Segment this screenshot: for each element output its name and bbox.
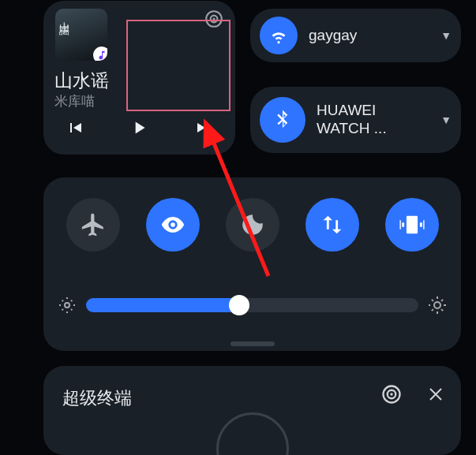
brightness-thumb[interactable] (229, 295, 249, 315)
vibrate-toggle[interactable] (385, 198, 439, 252)
brightness-slider-row (58, 289, 447, 321)
previous-track-button[interactable] (66, 118, 84, 140)
super-terminal-close-icon[interactable] (426, 385, 445, 407)
super-terminal-title: 超级终端 (62, 386, 132, 410)
svg-point-7 (390, 393, 393, 396)
brightness-low-icon (58, 296, 77, 315)
track-artist: 米库喵 (54, 92, 95, 110)
bluetooth-icon (260, 97, 305, 143)
mobile-data-toggle[interactable] (305, 198, 359, 252)
wifi-tile[interactable]: gaygay ▼ (250, 9, 461, 62)
airplane-mode-toggle[interactable] (66, 198, 120, 252)
expand-wifi-icon[interactable]: ▼ (440, 29, 452, 42)
play-button[interactable] (129, 117, 149, 141)
eye-comfort-toggle[interactable] (146, 198, 200, 252)
svg-point-4 (434, 302, 440, 308)
svg-point-2 (212, 17, 215, 20)
audio-output-icon[interactable] (201, 6, 227, 32)
do-not-disturb-toggle[interactable] (226, 198, 279, 252)
album-art[interactable]: 山水謡 (55, 9, 107, 61)
brightness-fill (86, 298, 239, 312)
media-controls (43, 114, 235, 145)
expand-bluetooth-icon[interactable]: ▼ (440, 114, 452, 126)
wifi-ssid: gaygay (309, 27, 429, 45)
brightness-slider[interactable] (86, 298, 418, 312)
next-track-button[interactable] (194, 118, 213, 140)
wifi-icon (260, 17, 298, 54)
track-title: 山水谣 (54, 69, 109, 93)
quick-toggles-card (43, 177, 461, 351)
super-terminal-scan-icon[interactable] (380, 383, 403, 408)
toggle-row (43, 198, 461, 252)
super-terminal-hub-circle (216, 412, 289, 455)
bluetooth-tile[interactable]: HUAWEI WATCH ... ▼ (250, 87, 461, 153)
brightness-high-icon (428, 296, 447, 315)
drag-handle[interactable] (231, 341, 275, 346)
music-app-badge-icon (93, 47, 107, 61)
bluetooth-device: HUAWEI WATCH ... (317, 102, 429, 138)
album-art-text: 山水謡 (58, 13, 69, 18)
music-player-card[interactable]: 山水謡 山水谣 米库喵 (43, 1, 235, 155)
svg-point-3 (65, 303, 69, 308)
super-terminal-card[interactable]: 超级终端 (43, 366, 461, 455)
